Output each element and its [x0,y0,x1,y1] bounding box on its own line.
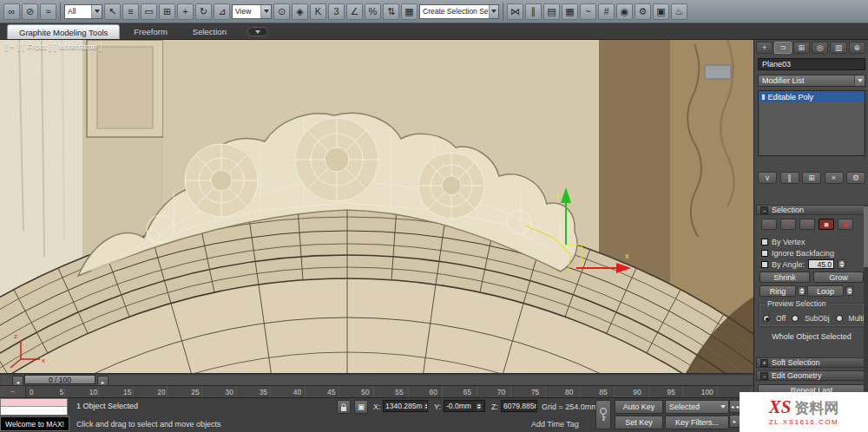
keyboard-shortcut-override-icon[interactable]: K [310,3,326,20]
window-crossing-toggle-icon[interactable]: ⊞ [159,3,175,20]
x-spinner[interactable] [423,403,428,410]
preview-subobj-radio[interactable] [792,315,799,322]
angle-snap-toggle-icon[interactable]: ∠ [346,3,363,20]
select-by-name-icon[interactable]: ≡ [122,3,139,20]
soft-selection-rollout-header[interactable]: + Soft Selection [756,357,866,368]
front-viewport[interactable]: [ + ] [ Front ] [ Wireframe ] [0,40,753,373]
timeline-tick-35[interactable]: 35 [260,388,267,396]
panel-scrollbar[interactable] [864,205,868,391]
timeline-tick-60[interactable]: 60 [429,388,437,396]
border-subobject-icon[interactable]: ◠ [799,219,815,230]
rectangular-selection-region-icon[interactable]: ▭ [141,3,157,20]
set-key-button[interactable]: Set Key [615,416,663,429]
mirror-icon[interactable]: ⋈ [507,3,523,20]
loop-button[interactable]: Loop [807,285,844,297]
x-coordinate-field[interactable]: 1340.285m [383,400,428,412]
render-setup-icon[interactable]: ⚙ [635,3,651,20]
selection-rollout-header[interactable]: - Selection [756,205,866,215]
by-angle-checkbox[interactable] [761,261,768,268]
stack-item-editable-poly[interactable]: ▮ Editable Poly [759,91,865,102]
timeline-tick-55[interactable]: 55 [395,388,403,396]
timeline-tick-0[interactable]: 0 [30,388,34,396]
configure-modifier-sets-button[interactable]: ⚙ [846,172,865,184]
hierarchy-tab[interactable]: ⊞ [793,42,810,54]
set-keys-button[interactable] [595,400,611,429]
motion-tab[interactable]: ◎ [812,42,828,54]
make-unique-button[interactable]: ⊞ [802,172,821,184]
render-production-icon[interactable]: ♨ [671,3,687,20]
panel-scrollbar-thumb[interactable] [864,206,868,267]
edge-subobject-icon[interactable]: ╱ [780,219,796,230]
open-mini-curve-editor-button[interactable]: ~ [0,386,26,397]
track-bar[interactable]: ~ 05101520253035404550556065707580859095… [0,385,753,397]
by-vertex-checkbox[interactable] [761,239,768,245]
viewport-label[interactable]: [ + ] [ Front ] [ Wireframe ] [5,43,102,51]
selected-set-dropdown[interactable]: Selected [665,400,729,414]
add-time-tag[interactable]: Add Time Tag [531,420,579,429]
listener-script-lane[interactable] [1,407,67,415]
select-object-icon[interactable]: ↖ [104,3,121,20]
timeline-tick-40[interactable]: 40 [293,388,301,396]
z-coordinate-field[interactable]: 6079.885m [501,400,537,412]
select-and-scale-icon[interactable]: ⊿ [214,3,230,20]
timeline-tick-75[interactable]: 75 [531,388,539,396]
ring-spinner[interactable] [798,286,806,296]
timeline-tick-50[interactable]: 50 [361,388,369,396]
object-name-field[interactable]: Plane03 [758,58,865,70]
schematic-view-icon[interactable]: # [598,3,615,20]
spinner-snap-toggle-icon[interactable]: ⇅ [383,3,399,20]
ignore-backfacing-checkbox[interactable] [761,250,768,257]
timeline-tick-80[interactable]: 80 [565,388,573,396]
align-icon[interactable]: ∥ [525,3,542,20]
select-and-rotate-icon[interactable]: ↻ [195,3,212,20]
loop-spinner[interactable] [845,286,853,296]
display-tab[interactable]: ▥ [830,42,846,54]
selection-filter-dropdown[interactable]: All [64,4,102,19]
shrink-button[interactable]: Shrink [760,272,810,283]
timeline-tick-65[interactable]: 65 [464,388,471,396]
preview-multi-radio[interactable] [836,315,843,322]
maxscript-mini-listener[interactable] [0,398,68,416]
ring-button[interactable]: Ring [760,285,796,297]
viewport-canvas[interactable]: x y z x [0,40,753,373]
timeline-tick-5[interactable]: 5 [59,388,63,396]
by-angle-field[interactable]: 45.0 [808,259,834,269]
bind-to-space-warp-icon[interactable]: ≈ [40,3,56,20]
use-pivot-point-center-icon[interactable]: ⊙ [273,3,290,20]
snaps-toggle-icon[interactable]: 3 [328,3,345,20]
y-spinner[interactable] [476,403,482,410]
preview-off-radio[interactable] [763,315,770,322]
timeline-tick-45[interactable]: 45 [327,388,335,396]
absolute-offset-mode-toggle[interactable]: ▣ [354,400,368,414]
vertex-subobject-icon[interactable]: ∴ [761,219,777,230]
time-slider-handle[interactable]: 0 / 100 [24,375,95,384]
create-tab[interactable]: + [756,42,773,54]
layer-manager-icon[interactable]: ▤ [543,3,560,20]
tab-graphite-modeling-tools[interactable]: Graphite Modeling Tools [7,24,120,39]
by-angle-spinner[interactable] [838,259,845,269]
timeline-tick-20[interactable]: 20 [157,388,165,396]
timeline-tick-100[interactable]: 100 [701,388,713,396]
timeline-tick-25[interactable]: 25 [191,388,199,396]
percent-snap-toggle-icon[interactable]: % [365,3,381,20]
reference-coordinate-dropdown[interactable]: View [232,4,272,19]
edit-geometry-rollout-header[interactable]: - Edit Geometry [756,370,866,381]
modifier-stack[interactable]: ▮ Editable Poly [758,90,865,156]
select-and-move-icon[interactable]: + [177,3,194,20]
material-editor-icon[interactable]: ◉ [616,3,633,20]
select-and-link-icon[interactable]: ∞ [3,3,20,20]
ribbon-minimize-toggle[interactable] [247,27,268,36]
selection-lock-toggle[interactable] [337,400,351,414]
timeline-tick-30[interactable]: 30 [225,388,233,396]
named-selection-set-dropdown[interactable]: Create Selection Se [419,4,499,19]
utilities-tab[interactable]: ⊕ [849,42,865,54]
curve-editor-icon[interactable]: ~ [580,3,596,20]
modifier-list-dropdown[interactable]: Modifier List [758,75,865,87]
tab-freeform[interactable]: Freeform [122,24,179,39]
edit-named-selection-sets-icon[interactable]: ▦ [401,3,418,20]
select-and-manipulate-icon[interactable]: ◈ [292,3,308,20]
graphite-modeling-tools-toggle-icon[interactable]: ▦ [562,3,578,20]
auto-key-button[interactable]: Auto Key [615,400,663,414]
welcome-to-max-button[interactable]: Welcome to MAX! [0,416,69,431]
element-subobject-icon[interactable]: ◆ [838,219,853,230]
